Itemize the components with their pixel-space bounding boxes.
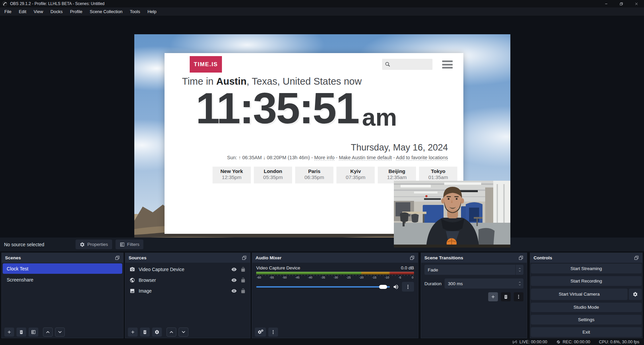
menu-view[interactable]: View (30, 7, 47, 16)
window-title: OBS 29.1.2 - Profile: LLHLS BETA - Scene… (10, 1, 104, 6)
mixer-options-kebab-button[interactable] (402, 282, 414, 292)
scene-up-button[interactable] (43, 328, 53, 337)
controls-title: Controls (534, 255, 552, 260)
audio-mixer-title: Audio Mixer (256, 255, 281, 260)
live-time: LIVE: 00:00:00 (519, 340, 547, 344)
menu-docks[interactable]: Docks (47, 7, 66, 16)
source-down-button[interactable] (179, 328, 188, 337)
speaker-icon[interactable] (393, 284, 399, 290)
virtual-camera-config-button[interactable] (629, 289, 642, 300)
cpu-fps-stats: CPU: 0.6%, 30.00 fps (599, 340, 639, 344)
popout-icon[interactable] (115, 255, 120, 260)
source-row-browser[interactable]: Browser (125, 275, 250, 286)
menu-bar: File Edit View Docks Profile Scene Colle… (0, 7, 644, 16)
popout-icon[interactable] (518, 255, 523, 260)
remove-transition-button[interactable] (501, 292, 511, 301)
scene-transitions-dock: Scene Transitions Fade Duration 300 ms (421, 253, 527, 338)
image-icon (130, 288, 135, 294)
live-signal-icon (512, 339, 517, 345)
lock-icon[interactable] (240, 267, 246, 272)
add-scene-button[interactable] (4, 328, 14, 337)
source-properties-button[interactable] (152, 328, 162, 337)
sources-dock: Sources Video Capture Device Browser Ima… (125, 253, 250, 338)
advanced-audio-button[interactable] (255, 328, 266, 337)
settings-button[interactable]: Settings (531, 315, 642, 325)
menu-scene-collection[interactable]: Scene Collection (86, 7, 126, 16)
menu-edit[interactable]: Edit (15, 7, 30, 16)
scene-filters-button[interactable] (29, 328, 38, 337)
source-up-button[interactable] (167, 328, 176, 337)
duration-spinbox[interactable]: 300 ms (445, 278, 523, 289)
remove-scene-button[interactable] (16, 328, 26, 337)
scene-item-clock-test[interactable]: Clock Test (3, 263, 122, 274)
timeis-sun-line: Sun: ↑ 06:35AM ↓ 08:20PM (13h 46m) - Mor… (227, 155, 448, 160)
minimize-button[interactable] (599, 0, 614, 7)
start-virtual-camera-button[interactable]: Start Virtual Camera (531, 289, 628, 300)
add-transition-button[interactable] (488, 292, 498, 301)
restore-button[interactable] (614, 0, 629, 7)
status-bar: LIVE: 00:00:00 REC: 00:00:00 CPU: 0.6%, … (0, 339, 644, 345)
mixer-channel-level: 0.0 dB (401, 265, 414, 270)
lock-icon[interactable] (240, 288, 246, 294)
timeis-clock-row: 11:35:51 am (196, 87, 397, 130)
preview-canvas[interactable]: TIME.IS Time in Austin, Texas, United St… (0, 16, 644, 253)
mixer-channel-name: Video Capture Device (256, 265, 300, 270)
visibility-eye-icon[interactable] (231, 288, 237, 294)
popout-icon[interactable] (634, 255, 639, 260)
visibility-eye-icon[interactable] (231, 277, 237, 283)
record-dot-icon (556, 340, 561, 344)
timeis-clock: 11:35:51 (196, 87, 359, 130)
timeis-logo: TIME.IS (190, 56, 222, 73)
menu-file[interactable]: File (1, 7, 15, 16)
hamburger-menu-icon (442, 60, 453, 69)
favorites-link: Add to favorite locations (396, 155, 448, 161)
properties-button[interactable]: Properties (76, 240, 112, 249)
add-source-button[interactable] (128, 328, 138, 337)
scene-down-button[interactable] (55, 328, 65, 337)
globe-icon (130, 277, 135, 283)
transition-select-chevrons[interactable] (515, 265, 523, 275)
volume-slider-handle[interactable] (379, 285, 387, 289)
popout-icon[interactable] (242, 255, 247, 260)
duration-label: Duration (424, 281, 442, 286)
scene-item-screenshare[interactable]: Screenshare (3, 274, 122, 285)
source-row-image[interactable]: Image (125, 286, 250, 296)
make-default-link: Make Austin time default (339, 155, 392, 161)
close-button[interactable] (629, 0, 644, 7)
search-icon (385, 61, 390, 67)
filter-icon (120, 242, 125, 247)
source-status-text: No source selected (4, 242, 44, 247)
timeis-ampm: am (362, 105, 397, 129)
menu-help[interactable]: Help (144, 7, 160, 16)
remove-source-button[interactable] (140, 328, 150, 337)
sources-title: Sources (129, 255, 146, 260)
studio-mode-button[interactable]: Studio Mode (531, 303, 642, 312)
city-box: London05:35pm (254, 167, 292, 183)
more-info-link: More info (314, 155, 334, 161)
source-row-video-capture[interactable]: Video Capture Device (125, 264, 250, 275)
meter-tick-labels: -60-55-50-45-40-35-30-25-20-15-10-50 (256, 276, 416, 279)
timeis-date: Thursday, May 16, 2024 (351, 142, 448, 153)
lock-icon[interactable] (240, 277, 246, 283)
start-recording-button[interactable]: Start Recording (531, 276, 642, 286)
popout-icon[interactable] (410, 255, 415, 260)
start-streaming-button[interactable]: Start Streaming (531, 264, 642, 273)
volume-slider[interactable] (256, 283, 390, 291)
transition-options-kebab-button[interactable] (514, 292, 523, 301)
filters-button[interactable]: Filters (116, 240, 144, 249)
city-box: Kyiv07:35pm (336, 167, 375, 183)
obs-logo-icon (2, 1, 7, 6)
menu-profile[interactable]: Profile (66, 7, 86, 16)
timeis-search-box (382, 59, 432, 70)
gear-icon (80, 242, 85, 247)
mixer-menu-kebab-button[interactable] (268, 328, 278, 337)
menu-tools[interactable]: Tools (126, 7, 144, 16)
exit-button[interactable]: Exit (531, 327, 642, 337)
webcam-video (394, 181, 510, 248)
scene-transitions-title: Scene Transitions (424, 255, 463, 260)
rec-time: REC: 00:00:00 (563, 340, 590, 344)
transition-select[interactable]: Fade (424, 265, 523, 275)
duration-spin-chevrons[interactable] (518, 281, 521, 286)
visibility-eye-icon[interactable] (231, 267, 237, 272)
source-context-bar: No source selected Properties Filters (0, 238, 644, 251)
